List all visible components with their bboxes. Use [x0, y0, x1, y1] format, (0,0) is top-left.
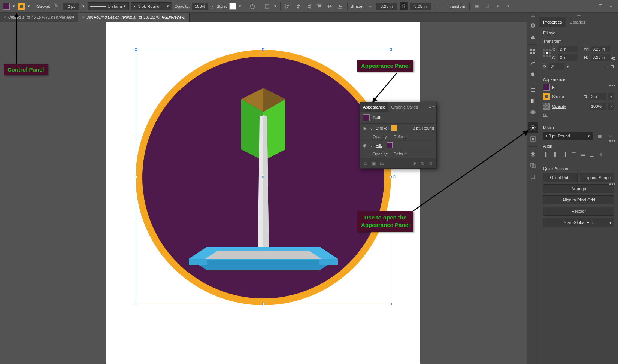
- collapse-panel-icon[interactable]: »: [428, 105, 431, 109]
- selection-handle[interactable]: [390, 303, 392, 305]
- brush-definition-dropdown[interactable]: 3 pt. Round ▾: [543, 132, 593, 140]
- stroke-swatch[interactable]: [18, 3, 25, 10]
- shape-width-input[interactable]: [376, 3, 397, 10]
- toolbar-prefs-icon[interactable]: ☰: [596, 2, 605, 10]
- rotate-angle-input[interactable]: [549, 63, 564, 70]
- stroke-profile-dropdown[interactable]: Uniform ▾: [88, 2, 129, 10]
- panel-grip-icon[interactable]: [539, 14, 618, 17]
- link-wh-icon[interactable]: ⛓: [400, 2, 408, 10]
- stroke-color-swatch[interactable]: [391, 125, 397, 131]
- align-to-dropdown-icon[interactable]: ▾: [273, 4, 277, 9]
- isolate-icon[interactable]: ▣: [473, 2, 481, 10]
- close-tab-icon[interactable]: ×: [82, 15, 84, 19]
- align-vcenter-icon[interactable]: [325, 2, 334, 10]
- gradient-panel-icon[interactable]: [528, 96, 538, 106]
- recolor-button[interactable]: Recolor: [543, 207, 614, 216]
- fill-link-label[interactable]: Fill:: [376, 143, 382, 148]
- brushes-panel-icon[interactable]: [528, 58, 538, 69]
- dock-grip-icon[interactable]: [528, 16, 538, 19]
- transform-x-input[interactable]: [558, 46, 578, 52]
- distribute-icon[interactable]: ⫴: [597, 151, 605, 158]
- visibility-toggle-icon[interactable]: ◉: [362, 143, 367, 148]
- transform-h-input[interactable]: [591, 54, 610, 61]
- stroke-panel-icon[interactable]: [528, 85, 538, 95]
- panel-menu-icon[interactable]: ≡: [433, 105, 435, 109]
- align-vcenter-icon[interactable]: ▬: [579, 151, 587, 158]
- align-right-icon[interactable]: ▐: [561, 151, 569, 158]
- transform-more-options-icon[interactable]: •••: [609, 82, 616, 88]
- reference-point-selector[interactable]: [543, 49, 551, 57]
- tab-libraries[interactable]: Libraries: [566, 17, 589, 27]
- stroke-weight-dropdown-icon[interactable]: ▾: [82, 4, 85, 9]
- opacity-input[interactable]: [590, 103, 606, 110]
- opacity-popup-icon[interactable]: ›: [210, 4, 214, 9]
- add-effect-link[interactable]: fx.: [543, 112, 614, 117]
- align-to-pixel-grid-button[interactable]: Align to Pixel Grid: [543, 195, 614, 204]
- fill-label[interactable]: Fill: [552, 85, 614, 90]
- transform-label[interactable]: Transform: [448, 4, 467, 9]
- offset-path-button[interactable]: Offset Path: [543, 173, 578, 182]
- opacity-input[interactable]: [192, 3, 208, 10]
- brush-options-icon[interactable]: ▦: [596, 132, 604, 140]
- stroke-swatch[interactable]: [543, 93, 550, 100]
- fill-dropdown-icon[interactable]: ▾: [12, 4, 16, 9]
- stroke-dropdown-icon[interactable]: ▾: [27, 4, 31, 9]
- transform-w-input[interactable]: [591, 46, 610, 52]
- selection-handle[interactable]: [135, 176, 137, 178]
- color-panel-icon[interactable]: [528, 20, 538, 31]
- expand-shape-button[interactable]: Expand Shape: [580, 173, 614, 182]
- tab-untitled[interactable]: ×Untitled-1* @ 46.15 % (CMYK/Preview): [0, 13, 78, 22]
- new-stroke-icon[interactable]: □: [362, 160, 369, 167]
- style-dropdown-icon[interactable]: ▾: [238, 4, 242, 9]
- align-left-icon[interactable]: ▍: [543, 151, 551, 158]
- color-guide-panel-icon[interactable]: [528, 31, 538, 42]
- recolor-icon[interactable]: [248, 2, 257, 10]
- selection-handle[interactable]: [135, 48, 137, 51]
- tab-box-pouring[interactable]: ×Box Pouring Design_reform.ai* @ 187.21 …: [78, 13, 190, 22]
- align-hcenter-icon[interactable]: ▌: [552, 151, 560, 158]
- close-tab-icon[interactable]: ×: [4, 15, 6, 19]
- stroke-label[interactable]: Stroke: [552, 94, 582, 99]
- align-right-icon[interactable]: [305, 2, 313, 10]
- graphic-style-swatch[interactable]: [229, 3, 236, 10]
- tab-properties[interactable]: Properties: [539, 17, 566, 27]
- arrange-button[interactable]: Arrange: [543, 184, 614, 193]
- swatches-panel-icon[interactable]: [528, 47, 538, 57]
- transparency-panel-icon[interactable]: [528, 107, 538, 118]
- toolbar-collapse-icon[interactable]: ≡: [607, 2, 615, 10]
- align-left-icon[interactable]: [284, 2, 292, 10]
- align-bottom-icon[interactable]: [336, 2, 344, 10]
- fill-swatch[interactable]: [543, 84, 550, 91]
- align-to-icon[interactable]: [263, 2, 271, 10]
- arrange-icon[interactable]: ▾: [494, 2, 502, 10]
- start-global-edit-button[interactable]: Start Global Edit▾: [543, 218, 614, 227]
- brush-dropdown[interactable]: 3 pt. Round ▾: [131, 2, 172, 10]
- new-fill-icon[interactable]: ▣: [370, 160, 377, 167]
- appearance-more-options-icon[interactable]: •••: [609, 138, 616, 144]
- angle-dropdown-icon[interactable]: ▾: [566, 64, 570, 69]
- fill-color-swatch[interactable]: [387, 142, 393, 148]
- constrain-proportions-icon[interactable]: ⛓̸: [611, 56, 615, 61]
- transform-y-input[interactable]: [558, 54, 578, 61]
- flip-horizontal-icon[interactable]: ⇋: [605, 64, 609, 69]
- stroke-weight-stepper-icon[interactable]: ⇅: [52, 2, 61, 10]
- align-more-options-icon[interactable]: •••: [609, 181, 616, 187]
- selection-handle[interactable]: [390, 176, 392, 178]
- align-hcenter-icon[interactable]: [294, 2, 302, 10]
- opacity-label[interactable]: Opacity:: [373, 152, 388, 156]
- opacity-label[interactable]: Opacity:: [373, 134, 388, 139]
- symbols-panel-icon[interactable]: [528, 69, 538, 80]
- visibility-toggle-icon[interactable]: ◉: [362, 126, 367, 131]
- selection-edge-widget[interactable]: [393, 175, 396, 178]
- selection-bounding-box[interactable]: [136, 49, 391, 304]
- fill-swatch[interactable]: [3, 3, 10, 10]
- align-top-icon[interactable]: ▔: [570, 151, 578, 158]
- selection-handle[interactable]: [262, 303, 264, 305]
- stroke-stepper-icon[interactable]: ⇅: [584, 94, 587, 99]
- stroke-link-label[interactable]: Stroke:: [376, 126, 389, 130]
- shape-height-input[interactable]: [410, 3, 431, 10]
- align-bottom-icon[interactable]: ▁: [588, 151, 596, 158]
- add-effect-icon[interactable]: fx.: [379, 160, 385, 167]
- stroke-weight-input[interactable]: [590, 93, 606, 100]
- selection-handle[interactable]: [135, 303, 137, 305]
